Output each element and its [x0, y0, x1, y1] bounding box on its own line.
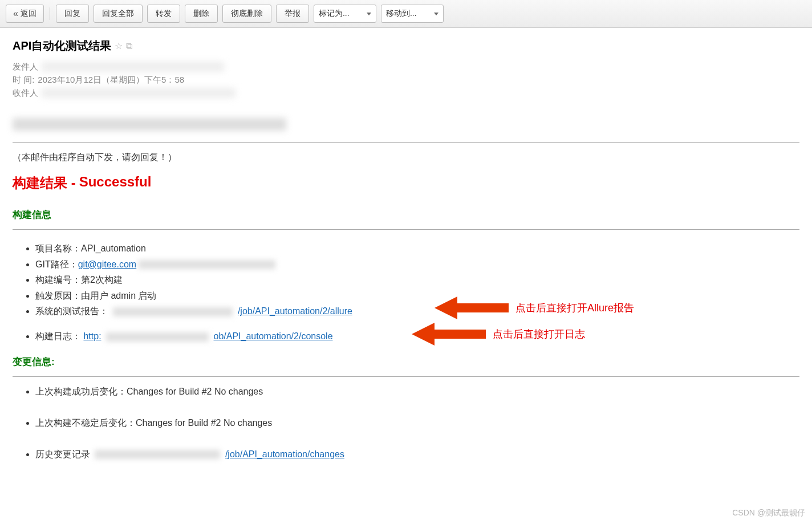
time-value: 2023年10月12日（星期四）下午5：58: [38, 75, 184, 86]
subject-row: API自动化测试结果 ☆ ⧉: [13, 38, 799, 54]
annotation-text: 点击后直接打开Allure报告: [515, 300, 634, 316]
list-item-allure-report: 系统的测试报告： /job/API_automation/2/allure 点击…: [35, 304, 799, 319]
changes-list: 上次构建成功后变化：Changes for Build #2 No change…: [13, 386, 799, 461]
redacted: [95, 450, 220, 459]
to-value-redacted: [42, 88, 236, 98]
auto-send-notice: （本邮件由程序自动下发，请勿回复！）: [13, 152, 799, 164]
horizontal-rule: [13, 376, 799, 377]
divider: [50, 7, 50, 20]
star-icon[interactable]: ☆: [115, 40, 123, 51]
horizontal-rule: [13, 142, 799, 143]
redacted: [139, 260, 275, 269]
console-log-link[interactable]: ob/API_automation/2/console: [214, 331, 333, 341]
delete-button[interactable]: 删除: [185, 5, 218, 23]
log-link-prefix[interactable]: http:: [83, 331, 101, 341]
list-item-project: 项目名称：API_automation: [35, 241, 799, 256]
from-row: 发件人: [13, 62, 799, 72]
email-subject: API自动化测试结果: [13, 38, 111, 54]
time-label: 时 间:: [13, 75, 34, 86]
build-info-list: 项目名称：API_automation GIT路径：git@gitee.com …: [13, 241, 799, 344]
changes-history-link[interactable]: /job/API_automation/changes: [225, 449, 344, 459]
list-item-history: 历史变更记录 /job/API_automation/changes: [35, 449, 799, 461]
svg-marker-0: [435, 296, 509, 319]
build-info-heading: 构建信息: [13, 208, 799, 221]
email-toolbar: 返回 回复 回复全部 转发 删除 彻底删除 举报 标记为... 移动到...: [0, 0, 812, 28]
back-button[interactable]: 返回: [6, 5, 44, 23]
to-row: 收件人: [13, 88, 799, 99]
annotation-allure: 点击后直接打开Allure报告: [435, 294, 634, 322]
list-item-trigger: 触发原因：由用户 admin 启动: [35, 289, 799, 303]
arrow-icon: [412, 320, 486, 348]
report-spam-button[interactable]: 举报: [276, 5, 309, 23]
list-item-build-log: 构建日志： http: ob/API_automation/2/console …: [35, 329, 799, 344]
svg-marker-1: [412, 323, 486, 346]
git-link[interactable]: git@gitee.com: [78, 259, 137, 269]
forward-button[interactable]: 转发: [147, 5, 180, 23]
popout-icon[interactable]: ⧉: [126, 41, 132, 51]
chevron-down-icon: [434, 13, 439, 15]
reply-all-button[interactable]: 回复全部: [94, 5, 143, 23]
changes-heading: 变更信息:: [13, 355, 799, 368]
annotation-log: 点击后直接打开日志: [412, 320, 585, 348]
to-label: 收件人: [13, 88, 38, 99]
reply-button[interactable]: 回复: [56, 5, 89, 23]
time-row: 时 间: 2023年10月12日（星期四）下午5：58: [13, 75, 799, 86]
chevron-down-icon: [367, 13, 371, 15]
move-to-dropdown[interactable]: 移动到...: [381, 5, 444, 23]
annotation-text: 点击后直接打开日志: [493, 326, 585, 343]
list-item-last-success: 上次构建成功后变化：Changes for Build #2 No change…: [35, 386, 799, 398]
mark-as-dropdown[interactable]: 标记为...: [314, 5, 376, 23]
list-item-last-unstable: 上次构建不稳定后变化：Changes for Build #2 No chang…: [35, 417, 799, 429]
arrow-icon: [435, 294, 509, 322]
redacted-line: [13, 118, 286, 131]
allure-report-link[interactable]: /job/API_automation/2/allure: [238, 306, 352, 316]
mark-as-label: 标记为...: [319, 9, 350, 19]
horizontal-rule: [13, 229, 799, 230]
list-item-git: GIT路径：git@gitee.com: [35, 257, 799, 272]
from-label: 发件人: [13, 62, 38, 72]
redacted: [106, 332, 209, 342]
email-body: （本邮件由程序自动下发，请勿回复！） 构建结果 - Successful 构建信…: [13, 118, 799, 461]
redacted: [113, 307, 233, 316]
move-to-label: 移动到...: [386, 9, 417, 19]
list-item-build-number: 构建编号：第2次构建: [35, 273, 799, 287]
build-result-heading: 构建结果 - Successful: [13, 174, 799, 192]
delete-permanent-button[interactable]: 彻底删除: [222, 5, 271, 23]
from-value-redacted: [42, 62, 224, 72]
